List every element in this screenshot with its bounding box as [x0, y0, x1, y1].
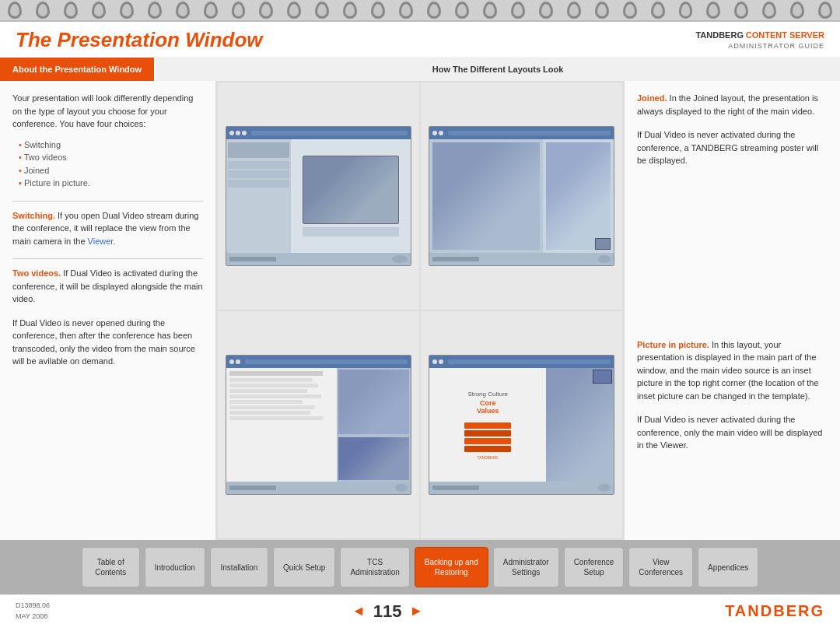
nav-appendices[interactable]: Appendices — [698, 547, 758, 587]
doc-date: MAY 2008 — [16, 612, 50, 622]
screenshot-statusbar — [429, 253, 614, 265]
spiral-ring — [120, 2, 134, 19]
joined-label: Joined. — [637, 93, 667, 103]
screenshot-body: Strong Culture CoreValues TANDBERG — [429, 368, 614, 482]
screenshot-text — [226, 368, 337, 482]
main-content: Your presentation will look differently … — [0, 81, 840, 540]
window-btn — [229, 131, 234, 135]
screenshot-switching — [226, 126, 411, 266]
switching-description: Switching. If you open Dual Video stream… — [12, 209, 203, 248]
nav-administrator-settings[interactable]: Administrator Settings — [493, 547, 559, 587]
video-area — [546, 142, 611, 250]
section-divider — [12, 201, 203, 202]
grid-cell-joined — [421, 82, 622, 310]
screenshot-body — [429, 139, 614, 253]
list-item: Switching — [19, 138, 203, 152]
grid-cell-two-videos — [218, 311, 419, 538]
spiral-ring — [511, 2, 525, 19]
next-page-arrow[interactable]: ► — [409, 603, 423, 619]
spiral-ring — [176, 2, 190, 19]
nav-table-of-contents[interactable]: Table of Contents — [82, 547, 140, 587]
two-videos-description: Two videos. If Dual Video is activated d… — [12, 267, 203, 306]
screenshot-titlebar — [226, 356, 411, 368]
screenshot-titlebar — [429, 127, 614, 139]
spiral-ring — [706, 2, 720, 19]
screenshot-statusbar — [226, 253, 411, 265]
page-number: 115 — [373, 601, 402, 622]
grid-cell-switching — [218, 82, 419, 310]
footer-brand: TANDBERG — [725, 602, 824, 620]
footer-doc-info: D13898.06 MAY 2008 — [16, 601, 50, 622]
screenshot-video-overlay — [546, 368, 614, 482]
pip-logo: TANDBERG — [478, 455, 499, 460]
video-small — [338, 437, 409, 480]
spiral-ring — [567, 2, 581, 19]
screenshot-pip: Strong Culture CoreValues TANDBERG — [429, 355, 614, 495]
nav-quick-setup[interactable]: Quick Setup — [273, 547, 335, 587]
spiral-binding — [0, 0, 840, 22]
intro-text: Your presentation will look differently … — [12, 92, 203, 131]
doc-number: D13898.06 — [16, 601, 50, 612]
prev-page-arrow[interactable]: ◄ — [352, 603, 366, 619]
section-divider — [12, 258, 203, 259]
joined-extra: If Dual Video is never activated during … — [637, 128, 828, 167]
joined-section: Joined. In the Joined layout, the presen… — [637, 92, 828, 167]
spiral-ring — [64, 2, 78, 19]
list-item: Joined — [19, 164, 203, 177]
spiral-ring — [790, 2, 804, 19]
spiral-ring — [259, 2, 273, 19]
video-area — [432, 142, 540, 250]
spiral-ring — [399, 2, 413, 19]
pip-title: CoreValues — [477, 399, 499, 415]
screenshot-main — [291, 139, 411, 253]
section-tabs: About the Presentation Window How The Di… — [0, 58, 840, 81]
switching-label: Switching. — [12, 211, 55, 220]
layout-list: Switching Two videos Joined Picture in p… — [19, 138, 203, 190]
bottom-navigation: Table of Contents Introduction Installat… — [0, 540, 840, 594]
nav-tcs-administration[interactable]: TCS Administration — [340, 547, 409, 587]
spiral-ring — [762, 2, 776, 19]
tab-layouts[interactable]: How The Different Layouts Look — [156, 58, 840, 81]
spiral-ring — [148, 2, 162, 19]
page-navigation: ◄ 115 ► — [352, 601, 423, 622]
list-item: Two videos — [19, 151, 203, 164]
screenshot-statusbar — [226, 482, 411, 494]
list-item: Picture in picture. — [19, 177, 203, 190]
spiral-ring — [483, 2, 497, 19]
screenshot-main-video — [429, 139, 543, 253]
screenshot-joined — [429, 126, 614, 266]
right-panel: Joined. In the Joined layout, the presen… — [624, 81, 840, 540]
screenshot-body — [226, 139, 411, 253]
nav-installation[interactable]: Installation — [210, 547, 268, 587]
left-panel: Your presentation will look differently … — [0, 81, 216, 540]
nav-view-conferences[interactable]: View Conferences — [628, 547, 693, 587]
pip-heading: Strong Culture — [467, 391, 508, 398]
spiral-ring — [343, 2, 357, 19]
screenshot-video-column — [337, 368, 411, 482]
brand-company: TANDBERG — [695, 30, 744, 40]
footer: D13898.06 MAY 2008 ◄ 115 ► TANDBERG — [0, 594, 840, 627]
grid-cell-pip: Strong Culture CoreValues TANDBERG — [421, 311, 622, 538]
screenshot-two-videos — [226, 355, 411, 495]
spiral-ring — [818, 2, 832, 19]
spiral-ring — [595, 2, 609, 19]
window-btn — [236, 131, 240, 135]
two-videos-label: Two videos. — [12, 268, 61, 278]
two-videos-extra: If Dual Video is never opened during the… — [12, 317, 203, 368]
spiral-ring — [204, 2, 218, 19]
nav-conference-setup[interactable]: Conference Setup — [564, 547, 625, 587]
screenshot-statusbar — [429, 482, 614, 494]
spiral-ring — [36, 2, 50, 19]
pip-buttons — [464, 422, 511, 452]
spiral-ring — [92, 2, 106, 19]
nav-introduction[interactable]: Introduction — [145, 547, 205, 587]
brand-product: CONTENT SERVER — [746, 30, 824, 40]
spiral-ring — [232, 2, 246, 19]
pip-section: Picture in picture. In this layout, your… — [637, 338, 828, 452]
tab-about[interactable]: About the Presentation Window — [0, 58, 156, 81]
spiral-ring — [455, 2, 469, 19]
page-title: The Presentation Window — [16, 28, 263, 52]
nav-backing-restoring[interactable]: Backing up and Restoring — [415, 547, 488, 587]
spiral-ring — [287, 2, 301, 19]
spiral-ring — [651, 2, 665, 19]
